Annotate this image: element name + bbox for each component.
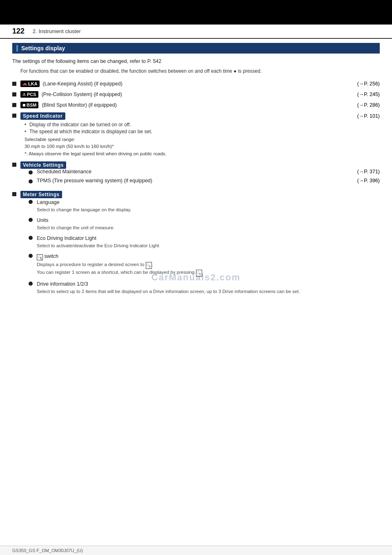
chapter-title: 2. Instrument cluster [33,28,81,34]
bullet-square-speed [12,114,16,118]
item-pcs: ⚠ PCS (Pre-Collision System) (if equippe… [12,91,380,98]
vehicle-nested-2: TPMS (Tire pressure warning system) (if … [29,178,380,184]
lka-badge-text: LKA [28,81,38,86]
circle-bullet-drive [29,282,33,286]
speed-note: Selectable speed range: 30 mph to 100 mp… [24,136,380,157]
intro-sub: For functions that can be enabled or dis… [20,67,380,75]
drive-sub: Select to select up to 2 items that will… [37,288,380,295]
circle-bullet-switch [29,254,33,258]
switch-label: □ij switch [37,253,58,259]
meter-language: Language Select to change the language o… [29,198,380,213]
switch-icon: □ij [37,254,43,260]
language-label: Language [37,199,60,205]
speed-ref: (→P. 101) [349,113,380,119]
section-title: Settings display [21,45,65,51]
tpms-label: TPMS (Tire pressure warning system) (if … [37,178,152,184]
switch-icon-inline2: □ij [196,270,202,277]
bsm-badge-text: BSM [27,103,36,107]
bsm-label: (Blind Spot Monitor) (if equipped) [42,102,116,108]
meter-drive-info: Drive information 1/2/3 Select to select… [29,280,380,295]
bullet-square-vehicle [12,163,16,167]
tpms-ref: (→P. 396) [349,178,380,184]
item-vehicle: Vehicle Settings Scheduled Maintenance (… [12,161,380,187]
page-number: 122 [12,27,33,36]
bullet-square-meter [12,192,16,196]
item-meter: Meter Settings Language Select to change… [12,191,380,298]
speed-bullet-2: The speed at which the indicator is disp… [24,129,380,134]
footer: GS350_GS F_OM_OM30J07U_(U) [0,546,392,555]
pcs-label: (Pre-Collision System) (if equipped) [42,92,122,97]
units-label: Units [37,217,48,223]
bsm-ref: (→P. 286) [349,102,380,108]
footer-text: GS350_GS F_OM_OM30J07U_(U) [12,548,83,553]
item-bsm: ◼ BSM (Blind Spot Monitor) (if equipped)… [12,102,380,108]
circle-bullet-tpms [29,179,33,184]
item-speed: Speed Indicator (→P. 101) Display of the… [12,112,380,157]
meter-units: Units Select to change the unit of measu… [29,216,380,231]
language-sub: Select to change the language on the dis… [37,206,380,213]
top-black-bar [0,0,392,25]
switch-icon-inline: □ij [146,262,152,269]
badge-meter: Meter Settings [20,191,62,198]
content-area: Settings display The settings of the fol… [0,39,392,314]
eco-label: Eco Driving Indicator Light [37,235,96,241]
badge-speed: Speed Indicator [20,112,65,120]
circle-bullet-units [29,218,33,222]
speed-bullet-1: Display of the indicator can be turned o… [24,122,380,128]
item-lka: 🚗 LKA (Lane-Keeping Assist) (if equipped… [12,81,380,87]
pcs-badge-text: PCS [27,92,36,97]
lka-label: (Lane-Keeping Assist) (if equipped) [43,81,122,87]
vehicle-nested-1: Scheduled Maintenance (→P. 371) [29,169,380,175]
lka-ref: (→P. 256) [349,81,380,87]
bullet-square-bsm [12,103,16,107]
scheduled-ref: (→P. 371) [349,169,380,175]
badge-lka: 🚗 LKA [20,81,40,87]
header: 122 2. Instrument cluster [0,25,392,39]
badge-vehicle: Vehicle Settings [20,161,66,169]
section-heading: Settings display [12,43,380,54]
circle-bullet-language [29,200,33,204]
page: 122 2. Instrument cluster Settings displ… [0,0,392,555]
bullet-square-lka [12,82,16,86]
drive-label: Drive information 1/2/3 [37,281,88,287]
meter-eco: Eco Driving Indicator Light Select to ac… [29,234,380,249]
pcs-ref: (→P. 245) [349,92,380,97]
bullet-square-pcs [12,92,16,96]
meter-switch: □ij switch Displays a procedure to regis… [29,252,380,277]
circle-bullet-eco [29,236,33,240]
scheduled-label: Scheduled Maintenance [37,169,91,175]
circle-bullet-scheduled [29,170,33,175]
intro-main: The settings of the following items can … [12,58,380,64]
switch-sub: Displays a procedure to register a desir… [37,261,380,277]
badge-bsm: ◼ BSM [20,102,38,108]
eco-sub: Select to activate/deactivate the Eco Dr… [37,242,380,249]
units-sub: Select to change the unit of measure. [37,224,380,231]
badge-pcs: ⚠ PCS [20,91,38,98]
